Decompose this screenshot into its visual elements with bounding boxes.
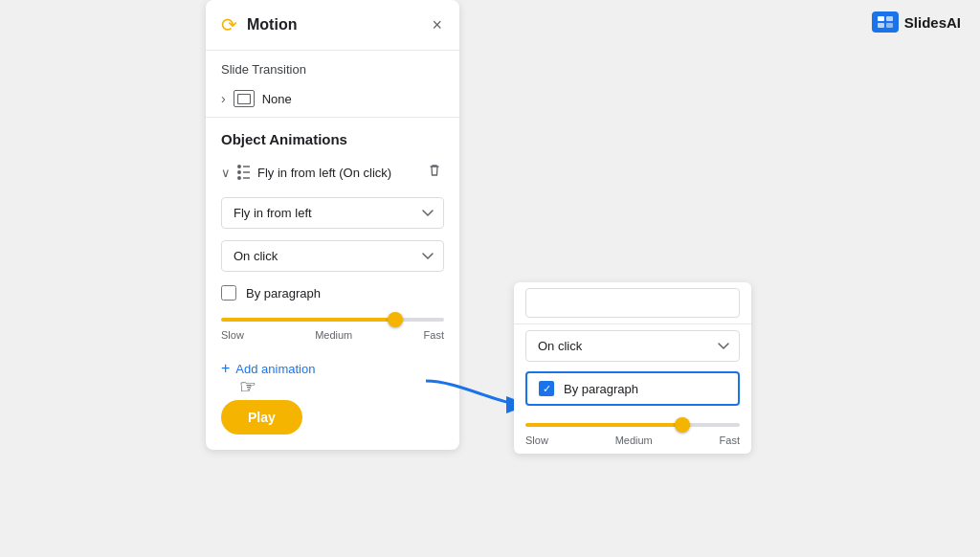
add-animation-button[interactable]: + Add animation <box>221 356 315 381</box>
animation-item-row: ∨ Fly in from left (On click) <box>206 155 459 191</box>
slides-ai-logo: SlidesAI <box>872 11 961 33</box>
chevron-down-icon: ∨ <box>221 166 231 180</box>
slide-transition-label: Slide Transition <box>206 51 459 84</box>
second-by-paragraph-label: By paragraph <box>564 382 638 396</box>
delete-animation-button[interactable] <box>425 161 444 184</box>
svg-point-5 <box>237 165 241 168</box>
play-button[interactable]: Play <box>221 400 302 434</box>
close-button[interactable]: × <box>430 14 444 35</box>
animation-type-dropdown-wrap: Fly in from left <box>206 191 459 234</box>
second-speed-slider[interactable] <box>525 423 740 427</box>
animation-item-icon <box>236 164 252 181</box>
logo-icon <box>872 11 899 33</box>
motion-title-wrap: ⟳ Motion <box>221 13 297 36</box>
speed-fast-label: Fast <box>424 329 444 341</box>
speed-medium-label: Medium <box>315 329 352 341</box>
speed-slider[interactable] <box>221 318 444 322</box>
add-animation-row: + Add animation <box>206 348 459 392</box>
svg-rect-0 <box>878 16 884 21</box>
object-animations-label: Object Animations <box>206 118 459 155</box>
second-panel-top-field[interactable] <box>525 288 740 318</box>
by-paragraph-row: By paragraph <box>206 278 459 304</box>
second-speed-slider-wrap <box>514 410 751 433</box>
checked-checkbox-icon: ✓ <box>539 381 554 396</box>
svg-rect-3 <box>886 23 893 28</box>
svg-rect-1 <box>886 16 893 21</box>
svg-rect-4 <box>237 94 250 103</box>
highlighted-by-paragraph-row: ✓ By paragraph <box>525 371 740 406</box>
slides-ai-text: SlidesAI <box>904 14 961 31</box>
by-paragraph-checkbox[interactable] <box>221 285 236 301</box>
second-panel-top-input <box>514 282 751 324</box>
trigger-dropdown[interactable]: On click <box>221 240 444 272</box>
motion-icon: ⟳ <box>221 13 237 36</box>
motion-panel: ⟳ Motion × Slide Transition › None Objec… <box>206 0 459 450</box>
plus-icon: + <box>221 360 230 377</box>
chevron-right-icon: › <box>221 91 226 106</box>
second-panel: On click ✓ By paragraph Slow Medium Fast <box>514 282 751 454</box>
transition-row: › None <box>206 84 459 118</box>
svg-point-6 <box>237 170 241 174</box>
second-speed-slow-label: Slow <box>525 434 548 446</box>
motion-panel-title: Motion <box>247 16 297 33</box>
by-paragraph-label[interactable]: By paragraph <box>246 286 321 301</box>
svg-point-7 <box>237 176 241 180</box>
second-speed-labels: Slow Medium Fast <box>514 433 751 454</box>
transition-value: None <box>262 92 292 106</box>
second-speed-medium-label: Medium <box>615 434 653 446</box>
second-trigger-dropdown[interactable]: On click <box>525 330 740 362</box>
speed-slider-wrap <box>206 304 459 327</box>
animation-item-text: Fly in from left (On click) <box>257 166 419 180</box>
play-button-wrap: Play <box>206 392 459 450</box>
main-background: SlidesAI ⟳ Motion × Slide Transition › N… <box>0 0 980 557</box>
animation-type-dropdown[interactable]: Fly in from left <box>221 197 444 229</box>
motion-panel-header: ⟳ Motion × <box>206 0 459 51</box>
svg-rect-2 <box>878 23 884 28</box>
second-trigger-dropdown-wrap: On click <box>514 324 751 368</box>
trigger-dropdown-wrap: On click <box>206 234 459 278</box>
second-speed-fast-label: Fast <box>720 434 740 446</box>
speed-slow-label: Slow <box>221 329 244 341</box>
speed-labels: Slow Medium Fast <box>206 327 459 348</box>
transition-icon <box>234 90 255 107</box>
top-bar: SlidesAI <box>872 11 961 33</box>
add-animation-label: Add animation <box>235 362 315 376</box>
